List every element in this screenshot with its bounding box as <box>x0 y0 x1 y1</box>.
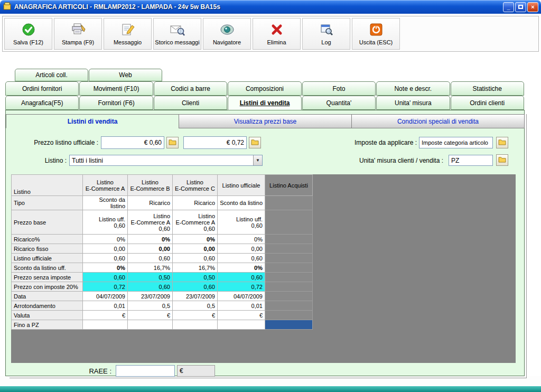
navigator-button[interactable]: Navigatore <box>203 18 251 50</box>
cell[interactable] <box>83 320 128 330</box>
cell[interactable]: 0,50 <box>128 273 173 282</box>
subtab-visualizza-prezzi-base[interactable]: Visualizza prezzi base <box>179 114 352 128</box>
tab-clienti[interactable]: Clienti <box>154 96 227 110</box>
cell-acquisti[interactable] <box>265 301 313 311</box>
cell[interactable]: 16,7% <box>128 263 173 273</box>
cell[interactable]: 0% <box>83 235 128 244</box>
cell[interactable]: 0,60 <box>173 254 218 263</box>
cell-acquisti[interactable] <box>265 210 313 235</box>
cell[interactable]: 23/07/2009 <box>173 292 218 301</box>
minimize-button[interactable]: _ <box>503 2 514 12</box>
cell-acquisti[interactable] <box>265 254 313 263</box>
chevron-down-icon[interactable]: ▼ <box>253 155 262 165</box>
exit-button[interactable]: Uscita (ESC) <box>352 18 400 50</box>
cell-acquisti[interactable] <box>265 273 313 282</box>
save-button[interactable]: Salva (F12) <box>4 18 52 50</box>
cell-acquisti-selected[interactable] <box>265 320 313 330</box>
tab-unita-misura[interactable]: Unita' misura <box>376 96 450 110</box>
cell[interactable]: 0,00 <box>173 244 218 254</box>
cell[interactable]: 04/07/2009 <box>83 292 128 301</box>
cell-acquisti[interactable] <box>265 235 313 244</box>
cell[interactable]: 0% <box>173 235 218 244</box>
message-history-button[interactable]: Storico messaggi <box>153 18 201 50</box>
cell[interactable]: Ricarico <box>128 196 173 210</box>
subtab-listini-di-vendita[interactable]: Listini di vendita <box>6 114 179 128</box>
official-price-net-input[interactable] <box>101 136 164 149</box>
price-gross-lookup-button[interactable] <box>249 137 261 148</box>
cell[interactable]: 0,5 <box>128 301 173 311</box>
cell[interactable]: 0% <box>218 263 265 273</box>
tab-ordini-clienti[interactable]: Ordini clienti <box>451 96 524 110</box>
cell[interactable]: 0,72 <box>83 282 128 292</box>
cell-acquisti[interactable] <box>265 292 313 301</box>
cell[interactable]: 0,00 <box>128 244 173 254</box>
cell[interactable]: € <box>128 311 173 320</box>
um-input[interactable] <box>449 155 493 166</box>
tab-movimenti[interactable]: Movimenti (F10) <box>79 81 153 96</box>
cell[interactable]: 0,01 <box>83 301 128 311</box>
tab-codici-a-barre[interactable]: Codici a barre <box>154 81 227 96</box>
cell[interactable]: Listino uff. 0,60 <box>218 210 265 235</box>
close-button[interactable]: × <box>527 2 538 12</box>
cell[interactable]: 0,01 <box>218 301 265 311</box>
cell[interactable]: € <box>83 311 128 320</box>
tab-anagrafica[interactable]: Anagrafica(F5) <box>5 96 79 110</box>
tab-fornitori[interactable]: Fornitori (F6) <box>79 96 153 110</box>
cell[interactable]: 0,60 <box>128 282 173 292</box>
cell[interactable] <box>128 320 173 330</box>
cell[interactable]: Sconto da listino <box>218 196 265 210</box>
cell[interactable]: 0,72 <box>218 282 265 292</box>
official-price-gross-input[interactable] <box>183 136 247 149</box>
cell-acquisti[interactable] <box>265 263 313 273</box>
cell[interactable]: € <box>218 311 265 320</box>
cell-acquisti[interactable] <box>265 282 313 292</box>
cell[interactable]: 0,50 <box>173 273 218 282</box>
cell[interactable]: Listino E-Commerce A 0,60 <box>173 210 218 235</box>
cell[interactable]: Listino E-Commerce A 0,60 <box>128 210 173 235</box>
cell[interactable]: 16,7% <box>173 263 218 273</box>
tab-ordini-fornitori[interactable]: Ordini fornitori <box>5 81 79 96</box>
tab-web[interactable]: Web <box>89 69 162 81</box>
cell[interactable]: 0,00 <box>218 244 265 254</box>
tab-foto[interactable]: Foto <box>302 81 376 96</box>
tab-note-e-descr[interactable]: Note e descr. <box>376 81 450 96</box>
raee-input[interactable] <box>116 365 175 377</box>
cell[interactable]: 0% <box>218 235 265 244</box>
tab-statistiche[interactable]: Statistiche <box>451 81 524 96</box>
cell-acquisti[interactable] <box>265 196 313 210</box>
tab-composizioni[interactable]: Composizioni <box>228 81 301 96</box>
cell-acquisti[interactable] <box>265 244 313 254</box>
cell[interactable]: 0,60 <box>173 282 218 292</box>
cell[interactable]: 0,5 <box>173 301 218 311</box>
imposte-input[interactable] <box>419 137 493 148</box>
log-button[interactable]: Log <box>302 18 350 50</box>
titlebar[interactable]: ANAGRAFICA ARTICOLI - RMLAMP2012 - LAMPA… <box>0 0 541 14</box>
message-button[interactable]: Messaggio <box>104 18 152 50</box>
tab-listini-di-vendita[interactable]: Listini di vendita <box>228 96 301 110</box>
cell[interactable]: € <box>173 311 218 320</box>
cell[interactable] <box>218 320 265 330</box>
cell[interactable] <box>173 320 218 330</box>
cell[interactable]: 0% <box>83 263 128 273</box>
cell[interactable]: 0,60 <box>83 254 128 263</box>
print-button[interactable]: Stampa (F9) <box>54 18 102 50</box>
cell[interactable]: 0,60 <box>83 273 128 282</box>
listino-select[interactable]: Tutti i listini ▼ <box>69 155 263 166</box>
price-net-lookup-button[interactable] <box>166 137 179 148</box>
cell[interactable]: 0% <box>128 235 173 244</box>
cell-acquisti[interactable] <box>265 311 313 320</box>
delete-button[interactable]: Elimina <box>253 18 301 50</box>
cell[interactable]: 0,60 <box>218 273 265 282</box>
imposte-lookup-button[interactable] <box>496 137 508 148</box>
subtab-condizioni-speciali[interactable]: Condizioni speciali di vendita <box>351 114 525 128</box>
cell[interactable]: Sconto da listino <box>83 196 128 210</box>
cell[interactable]: 04/07/2009 <box>218 292 265 301</box>
cell[interactable]: 0,60 <box>218 254 265 263</box>
um-lookup-button[interactable] <box>496 154 508 166</box>
cell[interactable]: 23/07/2009 <box>128 292 173 301</box>
cell[interactable]: 0,60 <box>128 254 173 263</box>
tab-articoli-coll[interactable]: Articoli coll. <box>15 69 88 81</box>
maximize-button[interactable] <box>515 2 526 12</box>
tab-quantita[interactable]: Quantita' <box>302 96 376 110</box>
cell[interactable]: Ricarico <box>173 196 218 210</box>
